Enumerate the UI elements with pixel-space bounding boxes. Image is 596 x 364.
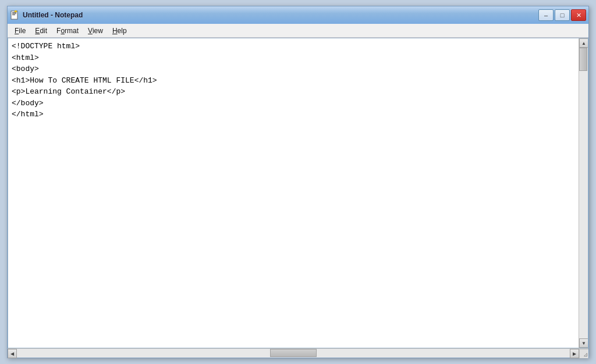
title-bar: Untitled - Notepad – □ ✕	[8, 6, 588, 24]
scroll-up-button[interactable]: ▲	[579, 38, 588, 48]
scroll-track-vertical[interactable]	[579, 48, 588, 338]
scroll-thumb-horizontal[interactable]	[270, 349, 317, 357]
menu-help[interactable]: Help	[108, 26, 132, 36]
svg-rect-4	[15, 10, 17, 12]
vertical-scrollbar: ▲ ▼	[579, 38, 588, 348]
scroll-track-horizontal[interactable]	[17, 349, 570, 358]
menu-file[interactable]: File	[10, 26, 30, 36]
title-bar-left: Untitled - Notepad	[10, 10, 83, 20]
scroll-down-button[interactable]: ▼	[579, 338, 588, 348]
close-button[interactable]: ✕	[571, 9, 586, 21]
scroll-thumb-vertical[interactable]	[579, 48, 587, 71]
minimize-button[interactable]: –	[538, 9, 554, 21]
horizontal-scrollbar-container: ◀ ▶ ⊿	[8, 348, 588, 358]
menu-edit[interactable]: Edit	[30, 26, 52, 36]
title-bar-buttons: – □ ✕	[538, 9, 586, 21]
menu-bar: File Edit Format View Help	[8, 24, 588, 38]
scroll-right-button[interactable]: ▶	[570, 349, 579, 358]
menu-format[interactable]: Format	[52, 26, 83, 36]
svg-rect-3	[12, 15, 15, 15]
svg-rect-2	[12, 13, 16, 14]
window-title: Untitled - Notepad	[23, 11, 83, 19]
maximize-button[interactable]: □	[555, 9, 570, 21]
text-editor[interactable]: <!DOCTYPE html> <html> <body> <h1>How To…	[8, 38, 579, 348]
menu-view[interactable]: View	[83, 26, 108, 36]
resize-grip: ⊿	[579, 349, 588, 358]
notepad-window: Untitled - Notepad – □ ✕ File Edit Forma…	[7, 6, 589, 358]
notepad-icon	[10, 10, 19, 20]
editor-area: <!DOCTYPE html> <html> <body> <h1>How To…	[8, 38, 588, 348]
scroll-left-button[interactable]: ◀	[8, 349, 17, 358]
